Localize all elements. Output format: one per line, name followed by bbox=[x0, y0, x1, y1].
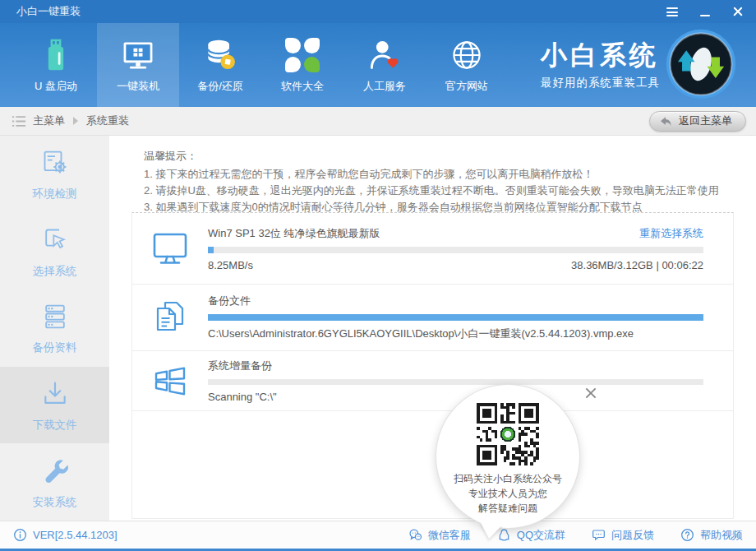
wechat-support-link[interactable]: 微信客服 bbox=[408, 528, 471, 543]
progress-panel: Win7 SP1 32位 纯净绿色旗舰最新版 重新选择系统 8.25MB/s 3… bbox=[131, 212, 734, 519]
documents-icon bbox=[150, 298, 190, 337]
monitor-install-icon bbox=[120, 37, 156, 73]
back-to-main-menu-button[interactable]: 返回主菜单 bbox=[649, 111, 746, 132]
nav-label: 人工服务 bbox=[363, 79, 406, 94]
info-icon bbox=[13, 528, 27, 542]
version-info: VER[2.5.44.1203] bbox=[13, 528, 118, 542]
sidebar-item-backup-data[interactable]: 备份资料 bbox=[0, 289, 109, 367]
qr-popup-text: 扫码关注小白系统公众号 专业技术人员为您 解答疑难问题 bbox=[454, 471, 562, 516]
footer: VER[2.5.44.1203] 微信客服 QQ交流群 bbox=[0, 521, 756, 549]
minimize-icon[interactable] bbox=[698, 6, 712, 17]
nav-label: 软件大全 bbox=[281, 79, 324, 94]
brand-logo-icon bbox=[664, 27, 738, 101]
usb-drive-icon bbox=[38, 37, 74, 73]
breadcrumb-current: 系统重装 bbox=[86, 113, 129, 128]
monitor-icon bbox=[150, 229, 190, 268]
download-stats: 38.36MB/3.12GB | 00:06:22 bbox=[571, 259, 703, 271]
system-backup-section: 系统增量备份 Scanning "C:\" bbox=[132, 351, 733, 411]
brand-tagline: 最好用的系统重装工具 bbox=[541, 76, 660, 90]
backup-restore-icon bbox=[202, 37, 238, 73]
software-icon bbox=[284, 37, 320, 73]
sidebar-item-install-system[interactable]: 安装系统 bbox=[0, 443, 109, 521]
nav-item-software[interactable]: 软件大全 bbox=[261, 23, 343, 107]
sidebar-label: 安装系统 bbox=[33, 495, 77, 510]
download-title: Win7 SP1 32位 纯净绿色旗舰最新版 bbox=[208, 226, 380, 241]
system-backup-title: 系统增量备份 bbox=[208, 359, 272, 373]
backup-file-section: 备份文件 C:\Users\Administrator.6GYGLI5KAOYG… bbox=[132, 285, 733, 351]
sidebar-item-select-system[interactable]: 选择系统 bbox=[0, 213, 109, 290]
qq-group-link[interactable]: QQ交流群 bbox=[497, 528, 565, 543]
backup-progress-fill bbox=[208, 314, 703, 321]
list-menu-icon bbox=[12, 115, 26, 127]
nav-item-backup-restore[interactable]: 备份/还原 bbox=[179, 23, 261, 107]
wechat-icon bbox=[408, 528, 422, 542]
backup-title: 备份文件 bbox=[208, 294, 251, 308]
nav-label: 一键装机 bbox=[117, 79, 159, 94]
tip-line: 1. 接下来的过程无需您的干预，程序会帮助您自动完成剩下的步骤，您可以离开电脑稍… bbox=[144, 166, 740, 183]
brand-name: 小白系统 bbox=[541, 40, 660, 70]
help-icon bbox=[680, 528, 694, 542]
sidebar-label: 备份资料 bbox=[33, 340, 77, 355]
title-bar: 小白一键重装 bbox=[0, 0, 756, 23]
sidebar-label: 环境检测 bbox=[33, 187, 77, 201]
system-backup-status: Scanning "C:\" bbox=[208, 391, 703, 403]
app-window: 小白一键重装 U 盘启动 bbox=[0, 0, 756, 551]
window-title: 小白一键重装 bbox=[16, 4, 81, 19]
breadcrumb-root[interactable]: 主菜单 bbox=[33, 113, 65, 128]
system-backup-progress-bar bbox=[208, 379, 703, 385]
backup-progress-bar bbox=[208, 314, 703, 321]
sidebar-label: 选择系统 bbox=[33, 264, 77, 279]
install-system-icon bbox=[39, 455, 71, 488]
nav-label: 备份/还原 bbox=[197, 79, 243, 94]
download-progress-fill bbox=[208, 247, 214, 253]
nav-item-usb-boot[interactable]: U 盘启动 bbox=[15, 23, 97, 107]
help-video-link[interactable]: 帮助视频 bbox=[680, 528, 743, 543]
tips-title: 温馨提示： bbox=[144, 148, 740, 164]
qq-icon bbox=[497, 528, 511, 542]
sidebar: 环境检测 选择系统 备份资料 下载文件 bbox=[0, 136, 109, 521]
close-icon[interactable] bbox=[731, 6, 744, 17]
top-nav: U 盘启动 一键装机 备份/还原 bbox=[0, 23, 756, 107]
nav-item-support[interactable]: 人工服务 bbox=[343, 23, 426, 107]
backup-data-icon bbox=[39, 300, 71, 333]
menu-icon[interactable] bbox=[666, 6, 679, 17]
feedback-link[interactable]: 问题反馈 bbox=[592, 528, 654, 543]
nav-item-website[interactable]: 官方网站 bbox=[426, 23, 508, 107]
brand: 小白系统 最好用的系统重装工具 bbox=[541, 23, 660, 107]
sidebar-item-env-check[interactable]: 环境检测 bbox=[0, 136, 109, 213]
qr-code bbox=[477, 403, 539, 465]
qr-popup: 扫码关注小白系统公众号 专业技术人员为您 解答疑难问题 bbox=[436, 385, 579, 528]
windows-logo-icon bbox=[150, 361, 190, 401]
globe-icon bbox=[449, 37, 485, 73]
download-speed: 8.25MB/s bbox=[208, 259, 253, 271]
env-check-icon bbox=[39, 146, 71, 179]
support-person-icon bbox=[366, 37, 403, 73]
tip-line: 2. 请拔掉U盘、移动硬盘，退出光驱内的光盘，并保证系统重装过程不断电。否则重装… bbox=[144, 183, 740, 199]
select-system-icon bbox=[39, 224, 71, 257]
tips-block: 温馨提示： 1. 接下来的过程无需您的干预，程序会帮助您自动完成剩下的步骤，您可… bbox=[109, 136, 756, 212]
download-section: Win7 SP1 32位 纯净绿色旗舰最新版 重新选择系统 8.25MB/s 3… bbox=[132, 213, 733, 285]
breadcrumb: 主菜单 系统重装 返回主菜单 bbox=[0, 107, 756, 136]
sidebar-item-download-files[interactable]: 下载文件 bbox=[0, 367, 109, 444]
version-text: VER[2.5.44.1203] bbox=[33, 529, 118, 541]
qr-popup-close-icon[interactable] bbox=[583, 385, 599, 401]
download-progress-bar bbox=[208, 247, 703, 253]
sidebar-label: 下载文件 bbox=[33, 418, 77, 433]
breadcrumb-separator-icon bbox=[73, 117, 78, 125]
nav-label: U 盘启动 bbox=[35, 79, 77, 94]
reselect-system-link[interactable]: 重新选择系统 bbox=[639, 226, 703, 241]
nav-item-one-click-install[interactable]: 一键装机 bbox=[97, 23, 179, 107]
nav-label: 官方网站 bbox=[445, 79, 488, 94]
download-icon bbox=[39, 377, 71, 410]
main-content: 温馨提示： 1. 接下来的过程无需您的干预，程序会帮助您自动完成剩下的步骤，您可… bbox=[109, 136, 756, 521]
backup-path: C:\Users\Administrator.6GYGLI5KAOYGIIL\D… bbox=[208, 326, 703, 341]
feedback-bubble-icon bbox=[592, 528, 606, 542]
return-arrow-icon bbox=[658, 115, 673, 127]
